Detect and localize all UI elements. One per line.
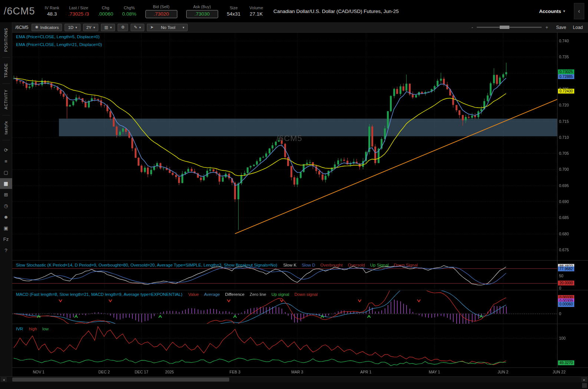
bid-sell-button[interactable]: .73020 — [145, 10, 177, 18]
chevron-down-icon: ▾ — [183, 26, 184, 29]
ask-field: Ask (Buy) .73030 — [186, 4, 218, 18]
instrument-title: Canadian Dollar/U.S. Dollar (CAD/USD) Fu… — [273, 9, 399, 14]
toolbar-end-buttons: Save Load — [556, 25, 583, 30]
chg-pct-value: 0.08% — [122, 11, 136, 17]
iv-rank-value: 48.3 — [47, 11, 57, 17]
last-size-field: Last / Size .73025 /3 — [68, 6, 89, 17]
chevron-down-icon: ▾ — [139, 26, 141, 29]
load-button[interactable]: Load — [573, 25, 583, 30]
accounts-menu[interactable]: Accounts ▾ — [539, 9, 565, 14]
pencil-icon: ✎ — [134, 25, 137, 30]
sidebar-tab-activity[interactable]: ACTIVITY — [0, 84, 12, 115]
toolbar-symbol-label: /6CM5 — [15, 25, 28, 30]
price-chart-canvas[interactable] — [12, 33, 588, 383]
last-size-label: Last / Size — [69, 6, 88, 10]
sidebar-tab-positions[interactable]: POSITIONS — [0, 22, 12, 57]
orders-list-icon[interactable]: ≡ — [0, 156, 12, 167]
resize-grip[interactable] — [582, 383, 587, 388]
save-button[interactable]: Save — [556, 25, 566, 30]
chevron-down-icon: ▾ — [93, 26, 95, 29]
last-size-value: .73025 /3 — [68, 11, 89, 17]
people-icon[interactable]: ☻ — [0, 212, 12, 222]
sidebar-icon-stack: ⟳≡▢▦⊞◷☻▣Fz? — [0, 145, 12, 256]
zoom-in-button[interactable]: + — [545, 24, 548, 30]
chart-area: EMA (Price=CLOSE, Length=5, Displace=0) … — [12, 33, 588, 376]
bottom-strip — [0, 382, 588, 389]
scroll-right-button[interactable]: ▸ — [581, 377, 587, 382]
collapse-panel-button[interactable]: ‹ — [574, 3, 584, 19]
quote-header: /6CM5 IV Rank 48.3 Last / Size .73025 /3… — [0, 0, 588, 22]
cursor-icon: ➤ — [150, 25, 154, 30]
range-value: 2Y — [86, 25, 92, 30]
indicators-button-label: Indicators — [40, 25, 59, 30]
bid-label: Bid (Sell) — [153, 4, 170, 9]
sidebar-tab-trade[interactable]: TRADE — [0, 58, 12, 84]
drawing-tools-dropdown[interactable]: ✎ ▾ — [131, 24, 144, 31]
ask-buy-button[interactable]: .73030 — [186, 10, 218, 18]
chart-icon[interactable]: ▦ — [0, 178, 12, 189]
volume-value: 27.1K — [250, 11, 263, 17]
zoom-slider-handle[interactable] — [500, 26, 509, 29]
symbol-title: /6CM5 — [4, 6, 35, 17]
watchlist-grid-icon[interactable]: ⊞ — [0, 189, 12, 200]
timeframe-value: 1D — [68, 25, 73, 30]
accounts-label: Accounts — [539, 9, 561, 14]
chart-settings-button[interactable]: ⚙ — [118, 24, 128, 31]
horizontal-scrollbar[interactable]: ◂ ▸ — [0, 376, 588, 382]
help-icon[interactable]: ? — [0, 245, 12, 256]
gear-icon: ⚙ — [121, 25, 125, 30]
range-dropdown[interactable]: 2Y ▾ — [83, 24, 99, 31]
chevron-down-icon: ▾ — [75, 26, 77, 29]
fx-icon[interactable]: Fz — [0, 234, 12, 245]
iv-rank-label: IV Rank — [45, 6, 59, 10]
timeframe-dropdown[interactable]: 1D ▾ — [65, 24, 80, 31]
sidebar-tab-tastyfx[interactable]: tastyfx — [0, 115, 12, 140]
size-value: 54x31 — [227, 11, 241, 17]
active-tool-label: No Tool — [161, 25, 175, 30]
size-field: Size 54x31 — [227, 6, 241, 17]
volume-field: Volume 27.1K — [249, 6, 263, 17]
scrollbar-thumb[interactable] — [12, 377, 229, 382]
chg-field: Chg .00060 — [98, 6, 113, 17]
active-tool-dropdown[interactable]: ➤ No Tool ▾ — [147, 24, 188, 31]
chart-toolbar: /6CM5 ✺ Indicators 1D ▾ 2Y ▾ ▥ ▾ ⚙ ✎ ▾ ➤… — [12, 22, 588, 33]
chg-value: .00060 — [98, 11, 113, 17]
chg-pct-label: Chg% — [124, 6, 135, 10]
scroll-left-button[interactable]: ◂ — [1, 377, 7, 382]
calendar-icon[interactable]: ▣ — [0, 223, 12, 233]
zoom-out-button[interactable]: - — [472, 24, 473, 30]
left-sidebar: POSITIONS TRADE ACTIVITY tastyfx ⟳≡▢▦⊞◷☻… — [0, 22, 12, 389]
history-clock-icon[interactable]: ◷ — [0, 200, 12, 211]
size-label: Size — [230, 6, 237, 10]
zoom-control: - + — [472, 24, 548, 30]
chg-pct-field: Chg% 0.08% — [122, 6, 136, 17]
chg-label: Chg — [102, 6, 109, 10]
chevron-down-icon: ▾ — [110, 26, 112, 29]
zoom-slider[interactable] — [477, 27, 542, 28]
chart-type-dropdown[interactable]: ▥ ▾ — [101, 24, 115, 31]
iv-rank-field: IV Rank 48.3 — [45, 6, 59, 17]
trading-app: /6CM5 IV Rank 48.3 Last / Size .73025 /3… — [0, 0, 588, 389]
chevron-down-icon: ▾ — [563, 9, 565, 13]
ask-label: Ask (Buy) — [193, 4, 211, 9]
chart-type-icon: ▥ — [104, 25, 108, 30]
product-box-icon[interactable]: ▢ — [0, 167, 12, 178]
volume-label: Volume — [249, 6, 263, 10]
indicators-icon: ✺ — [35, 25, 38, 30]
indicators-button[interactable]: ✺ Indicators — [32, 24, 62, 31]
refresh-icon[interactable]: ⟳ — [0, 145, 12, 156]
bid-field: Bid (Sell) .73020 — [145, 4, 177, 18]
